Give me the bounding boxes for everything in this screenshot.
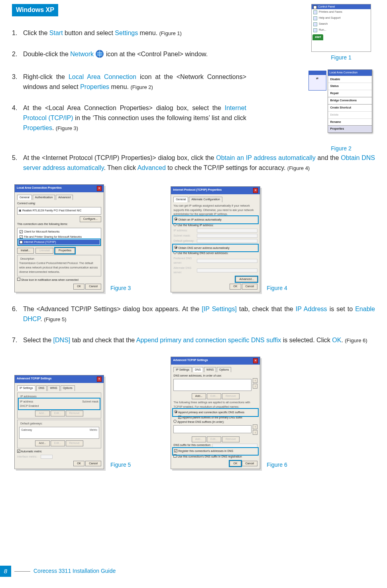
adapter-name: ▣ — [19, 209, 22, 212]
tab-options: Options — [61, 385, 75, 391]
tab-ip-settings: IP Settings — [173, 367, 192, 373]
label-connect-using: Connect using: — [17, 201, 101, 206]
uninstall-button: Uninstall — [35, 248, 53, 254]
figure-1-screenshot: Control Panel Printers and Faxes Help an… — [311, 4, 371, 52]
cancel-button: Cancel — [85, 284, 101, 290]
highlight-lan: Local Area Connection — [69, 73, 136, 80]
radio-use-dns: Use the following DNS server addresses: — [173, 251, 257, 256]
list-item-tcpip: Internet Protocol (TCP/IP) — [19, 240, 100, 245]
step-number: 5. — [12, 153, 23, 163]
figure-4-screenshot: Internet Protocol (TCP/IP) Properties× G… — [171, 186, 260, 292]
figure-2-caption: Figure 2 — [307, 144, 375, 153]
tab-dns: DNS — [193, 367, 203, 373]
section-header: Windows XP — [12, 4, 58, 16]
ok-button: OK — [230, 461, 241, 467]
close-icon: × — [253, 358, 258, 363]
radio-use-ip: Use the following IP address: — [173, 223, 257, 228]
start-menu-item: Printers and Faxes — [312, 9, 371, 15]
step-text: icon at the <Control Panel> window. — [106, 51, 208, 57]
remove-button: Remove — [66, 410, 83, 416]
step-6: 6. The <Advanced TCP/IP Settings> dialog… — [12, 304, 375, 324]
highlight-properties: Properties — [80, 83, 109, 90]
context-menu-item-properties: Properties — [328, 125, 372, 132]
cancel-button: Cancel — [242, 284, 258, 290]
radio-obtain-dns: Obtain DNS server address automatically — [173, 245, 257, 251]
tab-auth: Authentication — [33, 195, 55, 200]
highlight-ip-settings: [IP Settings] — [202, 306, 237, 312]
start-menu-item: Help and Support — [312, 15, 371, 21]
step-number: 6. — [12, 304, 23, 314]
step-text: . Then click — [104, 164, 137, 171]
right-figure-column: Control Panel Printers and Faxes Help an… — [307, 4, 375, 153]
step-text: and the — [316, 154, 341, 161]
step-text: At the <Local Area Connection Properties… — [23, 105, 225, 111]
close-icon: × — [97, 377, 102, 382]
highlight-properties: Properties — [23, 124, 52, 131]
install-button: Install... — [17, 248, 34, 254]
tab-wins: WINS — [204, 367, 216, 373]
context-menu-item: Repair — [328, 90, 372, 97]
dialog-title: Internet Protocol (TCP/IP) Properties — [173, 188, 222, 193]
context-menu-item: Create Shortcut — [328, 104, 372, 111]
figure-ref: (Figure 3) — [56, 125, 78, 131]
cancel-button: Cancel — [85, 461, 101, 467]
step-text: Right-click the — [23, 73, 69, 80]
tab-ip-settings: IP Settings — [17, 385, 35, 391]
configure-button: Configure... — [80, 216, 101, 222]
figure-2-screenshot: ⇄ Local Area Connection Disable Status R… — [308, 69, 374, 139]
step-number: 7. — [12, 335, 23, 345]
step-text: . — [40, 316, 44, 322]
figure-ref: (Figure 2) — [130, 84, 153, 90]
step-number: 3. — [12, 72, 23, 82]
step-text: tab and check that the — [70, 337, 136, 343]
dialog-title: Local Area Connection Properties — [17, 186, 62, 191]
dns-order-label: DNS server addresses, in order of use: — [173, 374, 257, 378]
check-parent-suffix: Append parent suffixes of the primary DN… — [173, 416, 257, 420]
highlight-append-suffix: Append primary and connection specific D… — [136, 337, 281, 343]
instruction-list-cont: 6. The <Advanced TCP/IP Settings> dialog… — [12, 304, 375, 345]
auto-metric-check: Automatic metric — [17, 450, 101, 454]
figure-3-caption: Figure 3 — [110, 284, 131, 293]
edit-button: Edit... — [207, 393, 221, 399]
figure-6-screenshot: Advanced TCP/IP Settings× IP Settings DN… — [171, 357, 260, 470]
start-button: start — [312, 34, 323, 40]
highlight-dns-tab: [DNS] — [53, 337, 71, 343]
close-icon: × — [253, 188, 258, 193]
tab-wins: WINS — [47, 385, 59, 391]
step-text: tab, check that the — [237, 306, 296, 312]
context-menu-header: Local Area Connection — [328, 70, 372, 76]
check-register-dns: Register this connection's addresses in … — [173, 448, 257, 454]
list-item: File and Printer Sharing for Microsoft N… — [19, 235, 100, 240]
figure-ref: (Figure 5) — [44, 316, 66, 322]
properties-button: Properties — [55, 248, 75, 254]
add-button: Add... — [35, 410, 49, 416]
step-number: 2. — [12, 49, 23, 59]
step-text: to check the TCP/IP settings for accurac… — [166, 164, 287, 171]
step-text: menu. — [138, 30, 159, 36]
label-uses: This connection uses the following items… — [17, 222, 101, 227]
ok-button: OK — [230, 284, 241, 290]
step-text: is selected. Click — [281, 337, 332, 343]
control-panel-bar: Control Panel — [312, 4, 371, 9]
context-menu-item: Status — [328, 83, 372, 90]
context-menu-item: Rename — [328, 118, 372, 126]
lan-connection-icon: ⇄ — [308, 71, 326, 91]
step-number: 1. — [12, 28, 23, 38]
step-text: Select the — [23, 337, 53, 343]
tab-alt: Alternate Configuration — [189, 197, 222, 202]
figure-1-caption: Figure 1 — [307, 53, 375, 62]
radio-append-primary: Append primary and connection specific D… — [173, 409, 257, 416]
step-7: 7. Select the [DNS] tab and check that t… — [12, 335, 375, 345]
step-text: menu. — [109, 83, 130, 90]
remove-button: Remove — [222, 393, 240, 399]
figure-ref: (Figure 6) — [345, 337, 367, 343]
step-text: is set to — [327, 306, 356, 312]
dns-blurb: The following three settings are applied… — [173, 401, 257, 409]
add-button: Add... — [192, 393, 206, 399]
context-menu-item: Bridge Connections — [328, 97, 372, 104]
tab-general: General — [17, 195, 32, 200]
step-text: Double-click the — [23, 51, 70, 57]
show-icon-check: Show icon in notification area when conn… — [17, 278, 101, 282]
page-number: 8 — [0, 566, 11, 577]
radio-obtain-ip: Obtain an IP address automatically — [173, 217, 257, 223]
